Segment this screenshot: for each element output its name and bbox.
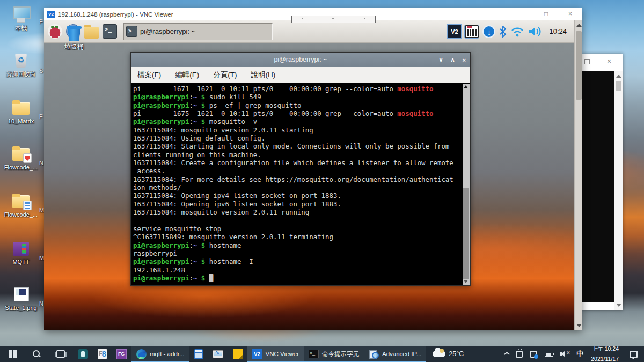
terminal-menu-item[interactable]: 說明(H) — [251, 70, 276, 80]
scroll-up-icon[interactable] — [464, 85, 468, 88]
edge-task-button[interactable]: mqtt - addr... — [131, 346, 189, 362]
terminal-line: ^C1637115849: mosquitto version 2.0.11 t… — [133, 233, 460, 241]
tray-expand-button[interactable] — [501, 346, 513, 362]
desktop-icon-label: 10_Matrix — [1, 118, 41, 125]
scroll-down-icon[interactable] — [576, 324, 582, 327]
terminal-line: 1637115084: mosquitto version 2.0.11 run… — [133, 208, 460, 216]
desktop-icon--[interactable]: 資源回收筒 — [1, 51, 41, 78]
terminal-line: pi 1675 1621 0 10:11 pts/0 00:00:00 grep… — [133, 109, 460, 117]
muted-speaker-icon — [560, 351, 570, 357]
terminal-scrollbar[interactable] — [463, 84, 470, 285]
battery-icon — [545, 352, 553, 357]
chevron-up-icon — [504, 351, 509, 357]
cmd-scrollbar[interactable] — [614, 71, 623, 310]
maximize-icon[interactable] — [584, 59, 590, 64]
scroll-down-icon[interactable] — [464, 280, 468, 283]
terminal-menu-item[interactable]: 編輯(E) — [175, 70, 199, 80]
pinned-flowcode[interactable] — [112, 346, 131, 362]
terminal-menu-item[interactable]: 分頁(T) — [213, 70, 237, 80]
sticky-notes-button[interactable] — [228, 346, 247, 362]
cmd-window[interactable]: × — [582, 54, 623, 310]
flowcode8-icon — [98, 349, 107, 359]
calculator-icon — [194, 349, 203, 359]
scroll-up-icon[interactable] — [616, 75, 621, 78]
desktop-icon--[interactable]: 本機 — [1, 5, 41, 32]
calculator-button[interactable] — [189, 346, 208, 362]
keyboard-tray-icon[interactable] — [465, 25, 479, 38]
trash-label: 垃圾桶 — [55, 43, 93, 50]
vnc-server-tray-icon[interactable]: V2 — [448, 25, 461, 38]
action-center-button[interactable] — [623, 346, 644, 362]
volume-icon[interactable] — [528, 26, 542, 38]
close-button[interactable]: × — [463, 57, 466, 63]
cmd-icon — [309, 350, 319, 358]
pinned-app-teal[interactable] — [73, 346, 93, 362]
terminal-line: 1637115084: mosquitto version 2.0.11 sta… — [133, 126, 460, 134]
pi-task-button[interactable]: pi@raspberrypi: ~ — [123, 23, 273, 40]
terminal-line: 1637115084: Opening ipv4 listen socket o… — [133, 191, 460, 200]
desktop-icon-flowcode_-[interactable]: Flowcode_... — [1, 145, 41, 171]
cmd-task-button[interactable]: 命令提示字元 — [304, 346, 364, 362]
minimize-button[interactable]: – — [510, 8, 534, 20]
flowcode-fc-icon — [116, 349, 127, 359]
vnc-window-title: 192.168.1.248 (raspberrypi) - VNC Viewer — [58, 11, 173, 18]
desktop-icon-flowcode_-[interactable]: Flowcode_... — [1, 192, 41, 218]
terminal-menu-item[interactable]: 檔案(F) — [137, 70, 161, 80]
taskbar-clock[interactable]: 上午 10:24 2021/11/17 — [587, 346, 623, 362]
rotation-lock-tray[interactable] — [513, 346, 526, 362]
pdf-badge-icon — [23, 153, 32, 163]
maximize-button[interactable]: ∧ — [451, 56, 455, 63]
volume-tray[interactable] — [557, 346, 573, 362]
screen: 本機資源回收筒10_MatrixFlowcode_...Flowcode_...… — [0, 0, 644, 362]
search-button[interactable] — [25, 346, 48, 362]
advanced-ip-scanner-icon — [369, 349, 379, 359]
bluetooth-icon[interactable] — [499, 26, 507, 38]
vnc-task-button[interactable]: V2 VNC Viewer — [247, 346, 304, 362]
cmd-task-label: 命令提示字元 — [322, 350, 359, 358]
battery-tray[interactable] — [541, 346, 557, 362]
terminal-output[interactable]: pi 1671 1621 0 10:11 pts/0 00:00:00 grep… — [131, 83, 470, 285]
pi-trash-icon[interactable]: 垃圾桶 — [55, 26, 93, 50]
advanced-ip-task-button[interactable]: Advanced IP... — [364, 346, 426, 362]
desktop-icon-label: State_1.png — [1, 305, 41, 312]
weather-widget[interactable]: 25°C — [426, 346, 470, 362]
desktop-icon-10_matrix[interactable]: 10_Matrix — [1, 99, 41, 125]
minimize-button[interactable]: ∨ — [438, 56, 443, 63]
scrollbar-thumb[interactable] — [576, 31, 582, 100]
terminal-launcher-icon[interactable] — [103, 24, 117, 39]
close-icon[interactable]: × — [607, 57, 611, 65]
desktop-icon-label: 本機 — [1, 25, 41, 32]
terminal-line: raspberrypi — [133, 249, 460, 257]
terminal-line: pi@raspberrypi:~ $ sudo kill 549 — [133, 93, 460, 101]
wifi-icon[interactable] — [510, 26, 524, 38]
desktop-icon-mqtt[interactable]: MQTT — [1, 239, 41, 265]
teal-app-icon — [78, 349, 88, 359]
terminal-titlebar[interactable]: pi@raspberrypi: ~ ∨ ∧ × — [131, 53, 470, 67]
scrollbar-thumb[interactable] — [463, 188, 469, 279]
vnc-logo-icon: V2 — [47, 11, 55, 18]
system-monitor-button[interactable] — [208, 346, 228, 362]
desktop-icon-label: 資源回收筒 — [1, 71, 41, 78]
maximize-button[interactable]: □ — [534, 8, 558, 20]
pi-clock: 10:24 — [549, 27, 567, 35]
task-view-button[interactable] — [48, 346, 73, 362]
pi-remote-desktop: pi@raspberrypi: ~ V2 ↓ — [44, 20, 582, 330]
start-button[interactable] — [0, 346, 25, 362]
ink-workspace-tray[interactable] — [526, 346, 541, 362]
terminal-line: ion-methods/ — [133, 183, 460, 191]
desktop-icon-label: Flowcode_... — [1, 164, 41, 171]
clock-time: 上午 10:24 — [592, 345, 619, 352]
scrollbar-thumb[interactable] — [616, 81, 621, 91]
ime-indicator[interactable]: 中 — [573, 346, 587, 362]
terminal-line: 1637115084: Starting in local only mode.… — [133, 142, 460, 150]
desktop-icon-state_1-png[interactable]: State_1.png — [1, 285, 41, 312]
cmd-output-area[interactable] — [582, 71, 614, 302]
vnc-toolbar-tab[interactable] — [291, 16, 376, 23]
close-button[interactable]: × — [558, 8, 582, 20]
windows-logo-icon — [9, 350, 17, 358]
pinned-flowcode8[interactable] — [93, 346, 112, 362]
scroll-down-icon[interactable] — [616, 304, 621, 307]
updates-tray-icon[interactable]: ↓ — [482, 25, 495, 38]
vnc-scrollbar[interactable] — [574, 20, 582, 330]
scroll-up-icon[interactable] — [576, 24, 582, 27]
